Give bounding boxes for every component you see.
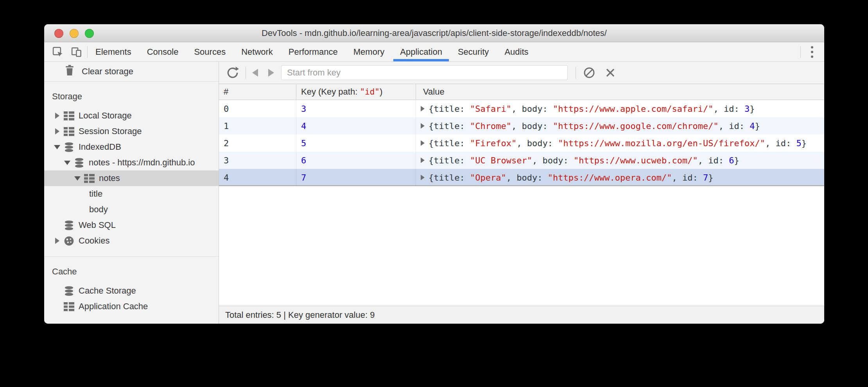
tree-item-label: IndexedDB (79, 142, 121, 152)
sidebar-item-indexeddb[interactable]: IndexedDB (44, 139, 219, 155)
tree-item-label: Web SQL (79, 220, 116, 230)
row-value-cell: {title: "Firefox", body: "https://www.mo… (416, 134, 824, 152)
device-toolbar-icon[interactable] (71, 46, 82, 58)
chevron-right-icon[interactable] (52, 113, 62, 119)
row-value-cell: {title: "Safari", body: "https://www.app… (416, 100, 824, 117)
expand-value-icon[interactable] (421, 175, 425, 180)
chevron-right-icon[interactable] (52, 238, 62, 244)
objectstore-toolbar (219, 62, 824, 84)
close-window-button[interactable] (54, 29, 63, 38)
kebab-menu-icon[interactable] (809, 44, 816, 60)
tab-memory[interactable]: Memory (347, 42, 391, 61)
expand-value-icon[interactable] (421, 123, 425, 129)
tab-performance[interactable]: Performance (282, 42, 344, 61)
trash-icon (65, 65, 75, 78)
chevron-down-icon[interactable] (52, 145, 62, 149)
tab-console[interactable]: Console (140, 42, 185, 61)
row-key-cell: 3 (296, 100, 416, 117)
tree-item-label: Local Storage (79, 111, 132, 121)
tab-security[interactable]: Security (451, 42, 495, 61)
minimize-window-button[interactable] (70, 29, 79, 38)
next-page-icon[interactable] (268, 69, 274, 77)
tree-item-label: notes (99, 173, 120, 183)
sidebar-item-application-cache[interactable]: Application Cache (44, 299, 219, 314)
database-icon (62, 286, 79, 296)
chevron-down-icon[interactable] (62, 161, 72, 165)
column-header-value[interactable]: Value (416, 84, 824, 100)
previous-page-icon[interactable] (252, 69, 258, 77)
sidebar-item-cookies[interactable]: Cookies (44, 233, 219, 249)
tab-elements[interactable]: Elements (89, 42, 138, 61)
tree-item-label: notes - https://mdn.github.io (89, 158, 195, 168)
row-index-cell: 2 (219, 134, 296, 152)
row-key-cell: 7 (296, 169, 416, 186)
sidebar-item-clear-storage[interactable]: Clear storage (44, 62, 219, 81)
devtools-tabbar: Elements Console Sources Network Perform… (44, 42, 824, 62)
sidebar-item-local-storage[interactable]: Local Storage (44, 108, 219, 124)
column-header-index[interactable]: # (219, 84, 296, 100)
application-sidebar: Clear storage Storage Local Storage (44, 62, 219, 324)
tabbar-left-tools (44, 42, 87, 61)
sidebar-item-notes-objectstore[interactable]: notes (44, 170, 219, 186)
status-bar: Total entries: 5 | Key generator value: … (219, 306, 824, 324)
clear-objectstore-icon[interactable] (583, 66, 595, 79)
row-index-cell: 1 (219, 117, 296, 134)
zoom-window-button[interactable] (85, 29, 94, 38)
screenshot-stage: DevTools - mdn.github.io/learning-area/j… (0, 0, 868, 387)
sidebar-item-session-storage[interactable]: Session Storage (44, 124, 219, 139)
chevron-down-icon[interactable] (72, 176, 82, 181)
indexeddb-data-view: # Key (Key path: "id") Value 0 3 {title:… (219, 62, 824, 324)
table-row[interactable]: 3 6 {title: "UC Browser", body: "https:/… (219, 152, 824, 169)
table-row[interactable]: 2 5 {title: "Firefox", body: "https://ww… (219, 134, 824, 152)
row-value-cell: {title: "Opera", body: "https://www.oper… (416, 169, 824, 186)
tree-item-label: body (89, 204, 108, 215)
inspect-element-icon[interactable] (52, 46, 64, 58)
sidebar-item-cache-storage[interactable]: Cache Storage (44, 283, 219, 299)
cookie-icon (62, 236, 79, 246)
expand-value-icon[interactable] (421, 158, 425, 163)
datagrid-header: # Key (Key path: "id") Value (219, 84, 824, 100)
table-row[interactable]: 1 4 {title: "Chrome", body: "https://www… (219, 117, 824, 134)
datagrid-rows: 0 3 {title: "Safari", body: "https://www… (219, 100, 824, 186)
tab-audits[interactable]: Audits (498, 42, 535, 61)
sidebar-item-web-sql[interactable]: Web SQL (44, 217, 219, 233)
table-icon (62, 302, 79, 311)
column-header-key[interactable]: Key (Key path: "id") (296, 84, 416, 100)
chevron-right-icon[interactable] (52, 128, 62, 134)
row-value-cell: {title: "UC Browser", body: "https://www… (416, 152, 824, 169)
sidebar-item-notes-database[interactable]: notes - https://mdn.github.io (44, 155, 219, 170)
row-index-cell: 0 (219, 100, 296, 117)
tab-application[interactable]: Application (393, 42, 449, 61)
tab-sources[interactable]: Sources (187, 42, 232, 61)
sidebar-section-storage: Storage (44, 82, 219, 108)
sidebar-item-index-body[interactable]: body (44, 202, 219, 217)
toolbar-divider (576, 67, 576, 79)
status-text: Total entries: 5 | Key generator value: … (225, 310, 375, 320)
tab-network[interactable]: Network (235, 42, 280, 61)
database-icon (62, 142, 79, 152)
expand-value-icon[interactable] (421, 140, 425, 146)
row-index-cell: 3 (219, 152, 296, 169)
database-icon (72, 158, 89, 168)
start-from-key-input[interactable] (281, 65, 568, 80)
delete-selected-icon[interactable] (605, 67, 616, 78)
table-row[interactable]: 0 3 {title: "Safari", body: "https://www… (219, 100, 824, 117)
expand-value-icon[interactable] (421, 106, 425, 111)
sidebar-item-index-title[interactable]: title (44, 186, 219, 202)
window-titlebar: DevTools - mdn.github.io/learning-area/j… (44, 24, 824, 42)
row-index-cell: 4 (219, 169, 296, 186)
devtools-window: DevTools - mdn.github.io/learning-area/j… (44, 24, 824, 324)
tabbar-divider (87, 46, 88, 58)
datagrid-empty-area (219, 186, 824, 306)
traffic-lights (54, 29, 94, 38)
table-icon (82, 174, 99, 183)
database-icon (62, 220, 79, 231)
row-value-cell: {title: "Chrome", body: "https://www.goo… (416, 117, 824, 134)
sidebar-section-cache: Cache (44, 257, 219, 283)
tree-item-label: Cache Storage (79, 286, 136, 296)
clear-storage-label: Clear storage (82, 66, 133, 77)
table-icon (62, 111, 79, 120)
refresh-icon[interactable] (226, 66, 239, 79)
tree-item-label: Cookies (79, 236, 109, 246)
table-row-selected[interactable]: 4 7 {title: "Opera", body: "https://www.… (219, 169, 824, 186)
